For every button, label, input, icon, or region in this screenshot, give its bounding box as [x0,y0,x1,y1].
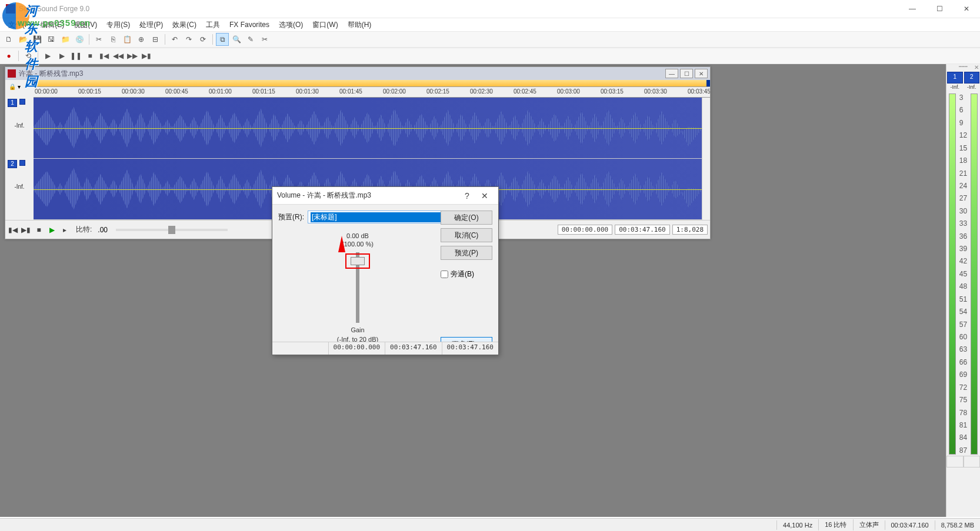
gain-label: Gain [284,326,431,333]
separator [212,34,213,45]
channel-1-badge[interactable]: 1 [8,99,17,107]
dialog-help-icon[interactable]: ? [458,191,476,201]
vertical-scrollbar[interactable] [702,98,710,220]
pencil-icon[interactable]: ✎ [244,33,257,46]
doc-goto-start-icon[interactable]: ▮◀ [8,225,18,235]
menu-fx-favorites[interactable]: FX Favorites [225,19,274,30]
time-ruler[interactable]: 00:00:00 00:00:15 00:00:30 00:00:45 00:0… [34,87,710,98]
doc-goto-end-icon[interactable]: ▶▮ [21,225,31,235]
forward-icon[interactable]: ▶▶ [126,49,139,62]
menu-edit[interactable]: 编辑(E) [36,19,69,31]
trim-icon[interactable]: ⊟ [149,33,162,46]
status-length: 00:03:47.160 [885,520,935,530]
doc-maximize-button[interactable]: ☐ [680,69,693,78]
save-as-icon[interactable]: 🖫 [45,33,58,46]
document-title: 许嵩 - 断桥残雪.mp3 [19,69,664,79]
doc-menu-icon[interactable]: ▸ [59,225,70,235]
paste-icon[interactable]: 📋 [121,33,134,46]
edit-tool-icon[interactable]: ⧉ [216,33,229,46]
app-titlebar: Sony Sound Forge 9.0 — ☐ ✕ [0,0,980,18]
cut-icon[interactable]: ✂ [92,33,105,46]
mix-icon[interactable]: ⊕ [135,33,148,46]
menu-options[interactable]: 选项(O) [274,19,308,31]
sample-position[interactable]: 1:8,028 [672,225,708,235]
overview-bar[interactable] [34,80,710,87]
channel-2-solo[interactable] [19,160,25,166]
doc-close-button[interactable]: ✕ [695,69,708,78]
meter-ch1[interactable]: 1 [947,72,963,84]
menu-window[interactable]: 窗口(W) [308,19,342,31]
doc-play-icon[interactable]: ▶ [46,225,57,235]
preset-value: [未标题] [311,212,453,222]
menu-view[interactable]: 视图(V) [69,19,102,31]
close-button[interactable]: ✕ [953,0,980,18]
dlg-time-length: 00:03:47.160 [442,342,498,355]
goto-end-icon[interactable]: ▶▮ [140,49,153,62]
repeat-icon[interactable]: ⟳ [196,33,209,46]
maximize-button[interactable]: ☐ [926,0,953,18]
channel-2-badge[interactable]: 2 [8,160,17,168]
channel-1-solo[interactable] [19,99,25,105]
document-titlebar[interactable]: 许嵩 - 断桥残雪.mp3 — ☐ ✕ [5,67,710,80]
tick: 00:02:45 [514,88,536,95]
statusbar: 44,100 Hz 16 比特 立体声 00:03:47.160 8,758.2… [0,518,980,531]
save-icon[interactable]: 💾 [31,33,44,46]
meter-scale: 369 121518 212427 303336 394245 485154 5… [958,93,968,455]
redo-icon[interactable]: ↷ [182,33,195,46]
loop-icon[interactable]: ⟲ [22,49,35,62]
rate-slider[interactable] [116,229,228,231]
status-channels: 立体声 [853,519,885,530]
menu-file[interactable]: 文件(F) [4,19,36,31]
dialog-close-icon[interactable]: ✕ [476,191,494,201]
menu-help[interactable]: 帮助(H) [343,19,376,31]
tick: 00:00:00 [35,88,58,95]
cancel-button[interactable]: 取消(C) [441,228,492,242]
magnify-icon[interactable]: 🔍 [230,33,243,46]
app-title: Sony Sound Forge 9.0 [19,5,899,13]
ok-button[interactable]: 确定(O) [441,211,492,225]
time-position[interactable]: 00:00:00.000 [558,225,612,235]
menu-tools[interactable]: 工具 [201,19,225,31]
channel-2-inf: -Inf. [5,183,34,190]
open-icon[interactable]: 📂 [16,33,29,46]
menu-effects[interactable]: 效果(C) [168,19,201,31]
separator [89,34,89,45]
stop-icon[interactable]: ■ [84,49,96,62]
preview-button[interactable]: 预览(P) [441,246,492,260]
copy-icon[interactable]: ⎘ [106,33,119,46]
folder-icon[interactable]: 📁 [59,33,72,46]
separator [38,51,38,61]
meter-inf2: -Inf. [964,84,981,92]
preset-select[interactable]: [未标题] ▾ [308,211,459,223]
meter-ch2[interactable]: 2 [964,72,980,84]
pause-icon[interactable]: ❚❚ [69,49,82,62]
gain-slider-area: 0.00 dB (100.00 %) Gain (-Inf. to 20 dB) [284,232,431,338]
meter-handle[interactable]: ┅┅┅ ✕ [946,64,980,71]
menu-process[interactable]: 处理(P) [135,19,168,31]
bypass-label: 旁通(B) [451,269,474,279]
play-icon[interactable]: ▶ [55,49,68,62]
doc-minimize-button[interactable]: — [665,69,678,78]
menubar: 文件(F) 编辑(E) 视图(V) 专用(S) 处理(P) 效果(C) 工具 F… [0,18,980,31]
time-end[interactable]: 00:03:47.160 [615,225,669,235]
play-all-icon[interactable]: ▶ [41,49,54,62]
menu-special[interactable]: 专用(S) [102,19,135,31]
undo-icon[interactable]: ↶ [168,33,181,46]
meter-close-icon[interactable]: ✕ [974,64,979,71]
new-icon[interactable]: 🗋 [2,33,15,46]
event-icon[interactable]: ✂ [258,33,271,46]
gain-slider[interactable] [356,252,359,323]
channel-1[interactable]: 1 -Inf. [34,98,702,159]
selection-overlay [34,98,702,158]
meter-inf1: -Inf. [946,84,964,92]
dialog-titlebar[interactable]: Volume - 许嵩 - 断桥残雪.mp3 ? ✕ [272,187,498,205]
goto-start-icon[interactable]: ▮◀ [98,49,111,62]
doc-stop-icon[interactable]: ■ [34,225,44,235]
tick: 00:03:45 [688,88,710,95]
bypass-checkbox[interactable] [441,270,448,278]
rewind-icon[interactable]: ◀◀ [112,49,125,62]
record-icon[interactable]: ● [2,49,15,62]
minimize-button[interactable]: — [899,0,926,18]
slider-thumb[interactable] [351,257,365,265]
cd-icon[interactable]: 💿 [73,33,86,46]
